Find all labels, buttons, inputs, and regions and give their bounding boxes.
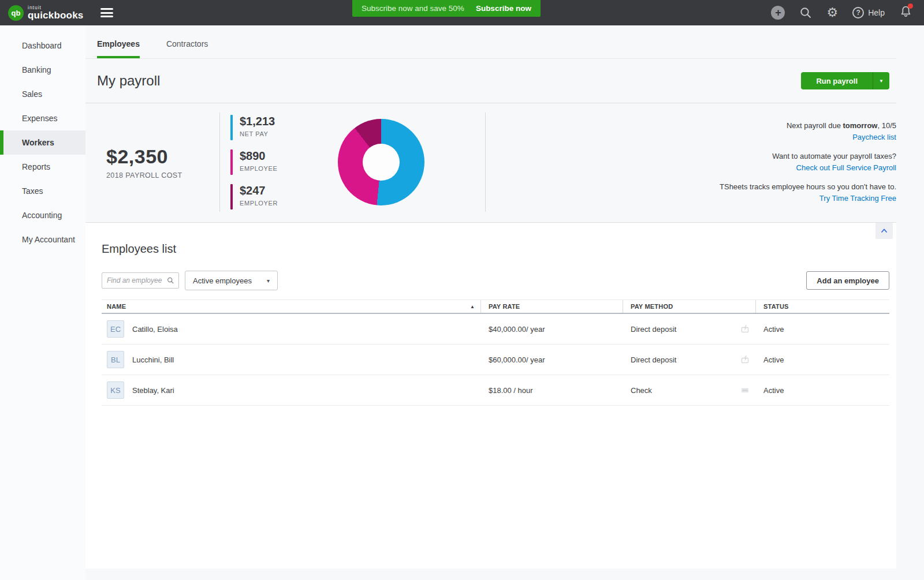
add-employee-button[interactable]: Add an employee	[806, 271, 889, 290]
help-menu[interactable]: ? Help	[852, 7, 885, 18]
employees-list-title: Employees list	[102, 242, 896, 256]
quickbooks-logo[interactable]: qb intuit quickbooks	[8, 5, 83, 21]
subscribe-banner[interactable]: Subscribe now and save 50% Subscribe now	[352, 0, 541, 17]
intuit-label: intuit	[28, 5, 83, 10]
paycheck-list-link[interactable]: Paycheck list	[486, 132, 896, 143]
table-row[interactable]: KS Steblay, Kari $18.00 / hour Check Act…	[102, 375, 889, 406]
employee-label: EMPLOYEE	[240, 165, 277, 172]
automate-taxes-text: Want to automate your payroll taxes?	[486, 151, 896, 162]
avatar[interactable]: KS	[107, 381, 124, 399]
quickbooks-label: quickbooks	[28, 10, 83, 21]
status-cell: Active	[755, 325, 889, 334]
payroll-stats: $1,213 NET PAY $890 EMPLOYEE $247 EMPLOY…	[230, 115, 318, 209]
sidebar-item-dashboard[interactable]: Dashboard	[0, 33, 85, 58]
full-service-payroll-link[interactable]: Check out Full Service Payroll	[486, 162, 896, 174]
next-payroll-notice: Next payroll due tomorrow, 10/5 Paycheck…	[486, 120, 896, 143]
page-header: My payroll Run payroll ▼	[85, 59, 896, 103]
hamburger-menu-icon[interactable]	[100, 8, 113, 17]
avatar[interactable]: BL	[107, 351, 124, 368]
payroll-notices: Next payroll due tomorrow, 10/5 Paycheck…	[486, 120, 896, 204]
main-content: Employees Contractors My payroll Run pay…	[85, 25, 924, 580]
table-row[interactable]: EC Catillo, Eloisa $40,000.00/ year Dire…	[102, 314, 889, 345]
pay-method-cell: Direct deposit	[623, 324, 755, 334]
pay-method-cell: Check	[623, 386, 755, 395]
sidebar-item-taxes[interactable]: Taxes	[0, 179, 85, 203]
brand-text: intuit quickbooks	[28, 5, 83, 21]
search-icon[interactable]	[799, 6, 812, 19]
status-cell: Active	[755, 386, 889, 395]
pay-rate-cell: $60,000.00/ year	[480, 356, 623, 364]
employee-name[interactable]: Catillo, Eloisa	[132, 325, 178, 334]
payroll-total: $2,350 2018 PAYROLL COST	[106, 145, 219, 179]
employee-name[interactable]: Lucchini, Bill	[132, 356, 174, 364]
run-payroll-dropdown-caret-icon[interactable]: ▼	[873, 72, 889, 89]
employer-value: $247	[240, 184, 278, 197]
tab-employees[interactable]: Employees	[97, 39, 140, 58]
collapse-summary-button[interactable]	[875, 223, 893, 239]
employee-name-cell: KS Steblay, Kari	[102, 381, 480, 399]
sidebar-item-reports[interactable]: Reports	[0, 155, 85, 179]
sidebar-item-sales[interactable]: Sales	[0, 82, 85, 106]
sort-asc-icon[interactable]: ▲	[470, 304, 475, 309]
pay-rate-cell: $18.00 / hour	[480, 386, 623, 395]
sidebar-item-banking[interactable]: Banking	[0, 58, 85, 82]
search-input[interactable]	[107, 276, 167, 285]
filter-value: Active employees	[193, 276, 252, 285]
employee-name[interactable]: Steblay, Kari	[132, 386, 174, 395]
list-controls: Active employees ▾ Add an employee	[102, 271, 889, 290]
stat-net-pay: $1,213 NET PAY	[230, 115, 318, 140]
net-pay-label: NET PAY	[240, 130, 275, 137]
tab-contractors[interactable]: Contractors	[166, 39, 208, 58]
next-payroll-text: Next payroll due tomorrow, 10/5	[486, 120, 896, 132]
employee-name-cell: EC Catillo, Eloisa	[102, 320, 480, 338]
column-header-name[interactable]: NAME ▲	[102, 300, 480, 313]
payroll-donut-chart	[338, 119, 424, 205]
avatar[interactable]: EC	[107, 320, 124, 338]
payroll-total-label: 2018 PAYROLL COST	[106, 171, 219, 179]
qb-logo-icon: qb	[8, 5, 24, 21]
check-icon	[740, 386, 750, 395]
column-header-status[interactable]: STATUS	[755, 300, 889, 313]
automate-taxes-notice: Want to automate your payroll taxes? Che…	[486, 151, 896, 174]
tabs-row: Employees Contractors	[85, 25, 896, 59]
donut-hole	[363, 144, 400, 181]
pay-rate-cell: $40,000.00/ year	[480, 325, 623, 334]
status-cell: Active	[755, 356, 889, 364]
sidebar-item-my-accountant[interactable]: My Accountant	[0, 227, 85, 252]
run-payroll-label[interactable]: Run payroll	[801, 72, 873, 89]
chevron-down-icon: ▾	[267, 278, 270, 284]
employee-search[interactable]	[102, 272, 179, 289]
time-tracking-link[interactable]: Try Time Tracking Free	[486, 193, 896, 204]
subscribe-now-button[interactable]: Subscribe now	[476, 4, 531, 13]
run-payroll-button[interactable]: Run payroll ▼	[801, 72, 889, 89]
table-row[interactable]: BL Lucchini, Bill $60,000.00/ year Direc…	[102, 345, 889, 375]
pay-method-cell: Direct deposit	[623, 355, 755, 364]
notifications-bell[interactable]	[899, 5, 912, 21]
tsheets-text: TSheets tracks employee hours so you don…	[486, 181, 896, 193]
payroll-total-value: $2,350	[106, 145, 219, 168]
direct-deposit-icon	[740, 324, 750, 334]
employees-table: NAME ▲ PAY RATE PAY METHOD STATUS EC Cat…	[102, 300, 889, 406]
employer-label: EMPLOYER	[240, 200, 278, 207]
employee-color-bar	[230, 149, 233, 175]
top-bar: qb intuit quickbooks Subscribe now and s…	[0, 0, 924, 25]
employee-filter-dropdown[interactable]: Active employees ▾	[185, 271, 278, 290]
divider	[219, 113, 220, 212]
column-header-pay-rate[interactable]: PAY RATE	[480, 300, 623, 313]
net-pay-value: $1,213	[240, 115, 275, 128]
help-label: Help	[868, 8, 885, 17]
sidebar-item-expenses[interactable]: Expenses	[0, 106, 85, 130]
create-plus-icon[interactable]: +	[771, 6, 785, 20]
direct-deposit-icon	[740, 355, 750, 364]
sidebar-nav: Dashboard Banking Sales Expenses Workers…	[0, 25, 85, 580]
sidebar-item-workers[interactable]: Workers	[0, 130, 85, 155]
table-header: NAME ▲ PAY RATE PAY METHOD STATUS	[102, 300, 889, 314]
stat-employer: $247 EMPLOYER	[230, 184, 318, 209]
gear-icon[interactable]: ⚙	[826, 6, 838, 19]
search-icon	[167, 276, 174, 285]
sidebar-item-accounting[interactable]: Accounting	[0, 203, 85, 227]
net-pay-color-bar	[230, 115, 233, 140]
column-header-pay-method[interactable]: PAY METHOD	[623, 300, 755, 313]
employer-color-bar	[230, 184, 233, 209]
top-icons: + ⚙ ? Help	[771, 5, 912, 21]
